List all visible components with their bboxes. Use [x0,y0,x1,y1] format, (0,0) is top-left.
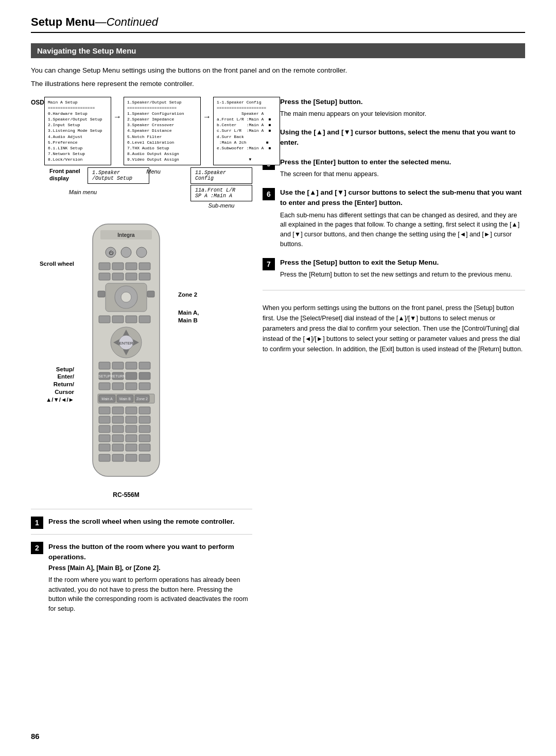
left-column: OSD Main A Setup =================== 0.H… [31,97,252,626]
svg-rect-75 [139,416,150,423]
svg-text:⏻: ⏻ [109,250,114,255]
page-number: 86 [31,732,40,741]
svg-rect-28 [112,273,124,280]
front-panel-label: Front paneldisplay [49,168,80,181]
svg-rect-25 [126,263,137,270]
step-1-content: Press the scroll wheel when using the re… [48,517,252,529]
main-ab-label: Main A, Main B [178,309,199,324]
svg-rect-55 [126,372,137,380]
svg-rect-57 [99,383,110,390]
osd-diagram: OSD Main A Setup =================== 0.H… [31,97,252,209]
svg-point-21 [121,247,131,257]
bottom-step-2: 2 Press the button of the room where you… [31,542,252,619]
svg-rect-81 [112,435,124,442]
svg-rect-27 [99,273,110,280]
zone2-label: Zone 2 [178,291,197,299]
remote-svg: Integra ⏻ [77,219,175,487]
svg-rect-47 [99,362,110,369]
svg-rect-73 [112,416,124,423]
right-column: 3 Press the [Setup] button. The main men… [263,97,525,626]
svg-rect-85 [112,444,124,451]
svg-rect-56 [139,372,150,380]
svg-rect-23 [99,263,110,270]
svg-rect-77 [112,425,124,433]
step-2-content: Press the button of the room where you w… [48,542,252,614]
svg-rect-78 [126,425,137,433]
svg-rect-83 [139,435,150,442]
svg-text:SETUP: SETUP [98,374,111,378]
svg-rect-34 [98,291,105,297]
step-3: 3 Press the [Setup] button. The main men… [263,97,525,119]
step-1-number: 1 [31,517,43,529]
page-title: Setup Menu—Continued [31,15,525,29]
setup-label: Setup/ Enter/ Return/ Cursor ▲/▼/◄/► [31,366,74,404]
svg-rect-91 [139,454,150,461]
svg-rect-39 [139,316,150,323]
svg-rect-72 [99,416,110,423]
remote-image: Integra ⏻ [77,219,175,499]
svg-rect-36 [99,316,110,323]
front-panel-display3: 11a.Front L/RSP A :Main A [190,185,252,201]
svg-point-22 [136,247,147,257]
svg-rect-59 [126,383,137,390]
svg-rect-58 [112,383,124,390]
step-7-number: 7 [263,258,275,270]
svg-text:ENTER: ENTER [119,341,133,346]
svg-rect-79 [139,425,150,433]
svg-rect-49 [126,362,137,369]
intro-line1: You can change Setup Menu settings using… [31,65,525,76]
main-menu-caption: Main menu [49,188,116,195]
front-panel-display2: 11.SpeakerConfig [190,167,252,184]
svg-rect-87 [139,444,150,451]
step-7-content: Press the [Setup] button to exit the Set… [280,257,525,280]
step-2-sub: Press [Main A], [Main B], or [Zone 2]. [48,563,252,573]
svg-rect-60 [139,383,150,390]
step-4-content: Using the [▲] and [▼] cursor buttons, se… [280,127,525,149]
svg-rect-76 [99,425,110,433]
osd-label: OSD [31,99,44,106]
menu-box: 1.Speaker/Output Setup =================… [124,97,201,165]
svg-text:Main B: Main B [119,397,131,401]
svg-rect-35 [147,291,154,297]
rc-label: RC-556M [77,491,175,499]
section-heading: Navigating the Setup Menu [31,43,525,58]
svg-rect-29 [126,273,137,280]
submenu-caption: Sub-menu [208,202,235,209]
step-5: 5 Press the [Enter] button to enter the … [263,157,525,179]
svg-rect-89 [112,454,124,461]
bottom-step-1: 1 Press the scroll wheel when using the … [31,517,252,535]
step-6: 6 Use the [▲] and [▼] cursor buttons to … [263,187,525,249]
svg-rect-24 [112,263,124,270]
svg-rect-38 [126,316,137,323]
svg-rect-90 [126,454,137,461]
svg-rect-80 [99,435,110,442]
step-7: 7 Press the [Setup] button to exit the S… [263,257,525,280]
svg-text:Main A: Main A [101,397,113,401]
bottom-steps: 1 Press the scroll wheel when using the … [31,509,252,619]
svg-rect-48 [112,362,124,369]
step-2-number: 2 [31,542,43,554]
step-6-content: Use the [▲] and [▼] cursor buttons to se… [280,187,525,249]
svg-text:RETURN: RETURN [110,374,125,378]
svg-rect-37 [112,316,124,323]
scroll-wheel-label: Scroll wheel [31,260,74,268]
svg-text:Integra: Integra [117,232,135,238]
svg-point-33 [121,292,131,302]
svg-rect-71 [139,407,150,414]
svg-rect-50 [139,362,150,369]
svg-rect-69 [112,407,124,414]
step-5-content: Press the [Enter] button to enter the se… [280,157,525,179]
intro-line2: The illustrations here represent the rem… [31,79,525,89]
bottom-note: When you perform settings using the butt… [263,303,525,354]
menu-caption: Menu [118,168,188,175]
svg-rect-74 [126,416,137,423]
submenu-box: 1-1.Speaker Config ==================== … [213,97,280,165]
svg-text:Zone 2: Zone 2 [136,397,148,401]
step-4: 4 Using the [▲] and [▼] cursor buttons, … [263,127,525,149]
step-3-content: Press the [Setup] button. The main menu … [280,97,525,119]
step-6-number: 6 [263,188,275,200]
svg-rect-26 [139,263,150,270]
page-header: Setup Menu—Continued [31,15,525,33]
steps-list: 3 Press the [Setup] button. The main men… [263,97,525,280]
svg-rect-86 [126,444,137,451]
